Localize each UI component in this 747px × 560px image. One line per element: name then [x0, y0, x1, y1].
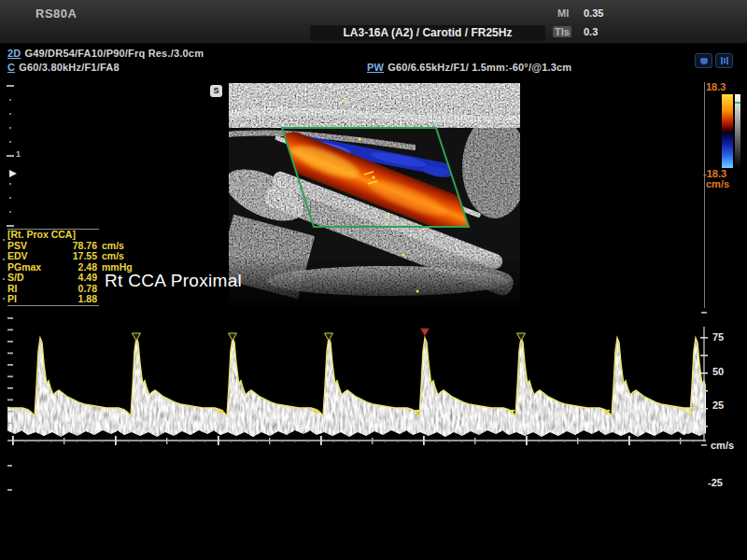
- depth-ruler-tick: [7, 85, 14, 87]
- velocity-label-75: 75: [712, 332, 724, 343]
- depth-ruler-dot: [9, 113, 11, 115]
- depth-ruler-dot: [9, 183, 11, 185]
- depth-ruler-dot: [3, 298, 5, 300]
- depth-ruler-dot: [9, 211, 11, 213]
- velocity-label-25: 25: [712, 400, 724, 411]
- measure-value: 17.55: [49, 251, 97, 262]
- peak-markers: [133, 329, 526, 341]
- measure-label: EDV: [7, 251, 49, 262]
- orientation-badge: S: [210, 85, 222, 97]
- color-mode-settings: G60/3.80kHz/F1/FA8: [19, 62, 120, 73]
- velocity-unit-label: cm/s: [711, 441, 734, 451]
- mi-value: 0.35: [584, 7, 603, 19]
- measure-unit: [97, 294, 148, 305]
- depth-ruler-dot: [3, 278, 5, 280]
- grayscale-bar[interactable]: [735, 94, 740, 168]
- spectral-waveform-fill: [0, 338, 747, 437]
- panel-bottom-border: [7, 305, 99, 306]
- mi-label: MI: [557, 7, 569, 19]
- depth-ruler-dot: [9, 197, 11, 199]
- measure-unit: cm/s: [97, 251, 148, 262]
- depth-ruler-tick: [7, 155, 14, 157]
- annotation-text[interactable]: Rt CCA Proximal: [105, 271, 242, 291]
- focus-arrow-icon[interactable]: [9, 170, 17, 177]
- left-scale-ticks: [7, 317, 13, 491]
- depth-ruler-dot: [9, 141, 11, 143]
- measurement-row: PI 1.88: [7, 294, 148, 305]
- velocity-label-50: 50: [712, 367, 724, 377]
- pw-mode-settings: G60/6.65kHz/F1/ 1.5mm:-60°/@1.3cm: [388, 62, 571, 73]
- color-mode-button[interactable]: C: [7, 62, 15, 73]
- color-doppler-scale-bar[interactable]: [722, 94, 733, 168]
- time-axis-ticks: [7, 435, 706, 446]
- pw-mode-button[interactable]: PW: [367, 62, 384, 73]
- color-scale-max: 18.3: [706, 82, 726, 92]
- depth-ruler-label: 1: [16, 149, 21, 159]
- tis-value: 0.3: [584, 26, 598, 37]
- probe-icon[interactable]: [695, 53, 712, 68]
- measure-label: PI: [7, 294, 49, 305]
- measurement-title: [Rt. Prox CCA]: [7, 230, 148, 241]
- measure-value: 4.49: [49, 273, 97, 284]
- color-scale-unit: cm/s: [706, 179, 729, 189]
- system-model: RS80A: [35, 7, 77, 21]
- measure-label: S/D: [7, 273, 49, 284]
- depth-ruler-dot: [3, 259, 5, 260]
- ultrasound-screen: RS80A LA3-16A (A2) / Carotid / FR25Hz MI…: [0, 0, 747, 560]
- tis-label[interactable]: TIs: [553, 26, 571, 37]
- b-mode-button[interactable]: 2D: [7, 48, 21, 59]
- depth-ruler-dot: [9, 127, 11, 129]
- image-field-edge: [704, 82, 705, 308]
- measure-value: 1.88: [49, 294, 97, 305]
- measurement-panel: [Rt. Prox CCA] PSV 78.76 cm/s EDV 17.55 …: [7, 229, 148, 306]
- velocity-label-neg25: -25: [708, 478, 723, 488]
- b-mode-settings: G49/DR54/FA10/P90/Frq Res./3.0cm: [24, 48, 204, 59]
- b-mode-params: 2DG49/DR54/FA10/P90/Frq Res./3.0cm: [7, 48, 204, 59]
- psv-marker: [421, 329, 430, 336]
- spectral-doppler-display[interactable]: [0, 310, 747, 497]
- bmode-image[interactable]: [229, 83, 520, 308]
- probe-icon-glyph: [700, 58, 708, 64]
- body-marker-icon[interactable]: [715, 53, 733, 68]
- probe-preset-field: LA3-16A (A2) / Carotid / FR25Hz: [310, 25, 545, 41]
- color-mode-params: CG60/3.80kHz/F1/FA8: [7, 62, 120, 73]
- depth-ruler-dot: [3, 239, 5, 241]
- depth-ruler-tick: [7, 225, 14, 227]
- depth-ruler-dot: [9, 99, 11, 101]
- gray-map-marker: [735, 102, 740, 104]
- measurement-row: EDV 17.55 cm/s: [7, 251, 148, 262]
- pw-mode-params: PWG60/6.65kHz/F1/ 1.5mm:-60°/@1.3cm: [367, 62, 571, 73]
